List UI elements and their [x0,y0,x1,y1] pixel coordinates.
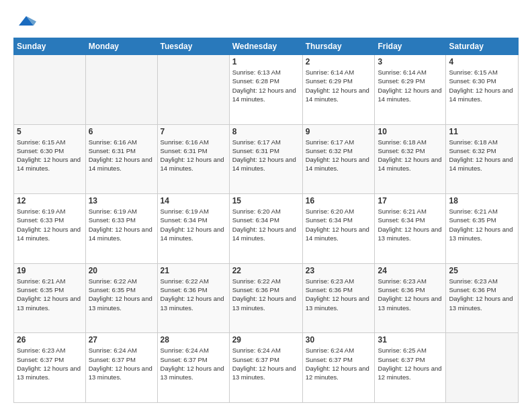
calendar-cell [14,55,86,125]
day-number: 7 [161,127,226,136]
logo-icon [16,11,36,31]
day-info: Sunrise: 6:24 AM Sunset: 6:37 PM Dayligh… [232,346,300,381]
day-info: Sunrise: 6:18 AM Sunset: 6:32 PM Dayligh… [449,138,515,173]
calendar-cell [85,55,157,125]
calendar-cell: 7Sunrise: 6:16 AM Sunset: 6:31 PM Daylig… [157,124,229,194]
day-number: 19 [17,266,83,275]
day-number: 29 [232,335,300,345]
calendar-cell: 30Sunrise: 6:24 AM Sunset: 6:37 PM Dayli… [302,333,375,403]
day-info: Sunrise: 6:15 AM Sunset: 6:30 PM Dayligh… [17,138,83,173]
calendar-cell: 1Sunrise: 6:13 AM Sunset: 6:28 PM Daylig… [229,55,302,125]
day-number: 8 [232,127,300,136]
day-header-sunday: Sunday [14,38,86,55]
calendar-cell: 24Sunrise: 6:23 AM Sunset: 6:36 PM Dayli… [375,263,446,333]
day-number: 16 [306,196,372,205]
logo [13,11,36,31]
calendar-cell: 2Sunrise: 6:14 AM Sunset: 6:29 PM Daylig… [302,55,375,125]
day-number: 5 [17,127,83,136]
calendar-cell [157,55,229,125]
day-number: 9 [306,127,372,136]
day-number: 31 [378,335,443,345]
day-number: 23 [306,266,372,275]
calendar-cell: 9Sunrise: 6:17 AM Sunset: 6:32 PM Daylig… [302,124,375,194]
day-info: Sunrise: 6:20 AM Sunset: 6:34 PM Dayligh… [232,207,300,242]
day-info: Sunrise: 6:23 AM Sunset: 6:36 PM Dayligh… [449,277,515,312]
day-number: 15 [232,196,300,205]
day-header-saturday: Saturday [446,38,519,55]
day-info: Sunrise: 6:22 AM Sunset: 6:35 PM Dayligh… [89,277,154,312]
day-header-thursday: Thursday [302,38,375,55]
day-info: Sunrise: 6:19 AM Sunset: 6:34 PM Dayligh… [161,207,226,242]
day-info: Sunrise: 6:20 AM Sunset: 6:34 PM Dayligh… [306,207,372,242]
calendar-cell: 4Sunrise: 6:15 AM Sunset: 6:30 PM Daylig… [446,55,519,125]
day-number: 2 [306,57,372,66]
day-number: 10 [378,127,443,136]
day-info: Sunrise: 6:22 AM Sunset: 6:36 PM Dayligh… [161,277,226,312]
day-number: 6 [89,127,154,136]
day-number: 22 [232,266,300,275]
day-number: 20 [89,266,154,275]
day-number: 17 [378,196,443,205]
day-info: Sunrise: 6:24 AM Sunset: 6:37 PM Dayligh… [306,346,372,381]
day-info: Sunrise: 6:17 AM Sunset: 6:32 PM Dayligh… [306,138,372,173]
calendar-cell: 6Sunrise: 6:16 AM Sunset: 6:31 PM Daylig… [85,124,157,194]
day-number: 21 [161,266,226,275]
day-number: 4 [449,57,515,66]
day-info: Sunrise: 6:17 AM Sunset: 6:31 PM Dayligh… [232,138,300,173]
day-info: Sunrise: 6:14 AM Sunset: 6:29 PM Dayligh… [378,68,443,103]
calendar-cell: 12Sunrise: 6:19 AM Sunset: 6:33 PM Dayli… [14,194,86,264]
calendar-cell [446,333,519,403]
calendar-cell: 17Sunrise: 6:21 AM Sunset: 6:34 PM Dayli… [375,194,446,264]
calendar-cell: 3Sunrise: 6:14 AM Sunset: 6:29 PM Daylig… [375,55,446,125]
day-info: Sunrise: 6:21 AM Sunset: 6:35 PM Dayligh… [449,207,515,242]
day-info: Sunrise: 6:24 AM Sunset: 6:37 PM Dayligh… [161,346,226,381]
day-info: Sunrise: 6:23 AM Sunset: 6:36 PM Dayligh… [306,277,372,312]
calendar-cell: 31Sunrise: 6:25 AM Sunset: 6:37 PM Dayli… [375,333,446,403]
calendar: SundayMondayTuesdayWednesdayThursdayFrid… [13,38,519,403]
calendar-cell: 5Sunrise: 6:15 AM Sunset: 6:30 PM Daylig… [14,124,86,194]
day-info: Sunrise: 6:25 AM Sunset: 6:37 PM Dayligh… [378,346,443,381]
page: SundayMondayTuesdayWednesdayThursdayFrid… [0,0,532,411]
calendar-cell: 18Sunrise: 6:21 AM Sunset: 6:35 PM Dayli… [446,194,519,264]
week-row-4: 19Sunrise: 6:21 AM Sunset: 6:35 PM Dayli… [14,263,519,333]
day-info: Sunrise: 6:24 AM Sunset: 6:37 PM Dayligh… [89,346,154,381]
day-number: 30 [306,335,372,345]
calendar-cell: 26Sunrise: 6:23 AM Sunset: 6:37 PM Dayli… [14,333,86,403]
day-info: Sunrise: 6:22 AM Sunset: 6:36 PM Dayligh… [232,277,300,312]
week-row-1: 1Sunrise: 6:13 AM Sunset: 6:28 PM Daylig… [14,55,519,125]
day-info: Sunrise: 6:16 AM Sunset: 6:31 PM Dayligh… [89,138,154,173]
day-header-wednesday: Wednesday [229,38,302,55]
day-info: Sunrise: 6:14 AM Sunset: 6:29 PM Dayligh… [306,68,372,103]
calendar-cell: 21Sunrise: 6:22 AM Sunset: 6:36 PM Dayli… [157,263,229,333]
day-number: 26 [17,335,83,345]
calendar-cell: 8Sunrise: 6:17 AM Sunset: 6:31 PM Daylig… [229,124,302,194]
calendar-cell: 16Sunrise: 6:20 AM Sunset: 6:34 PM Dayli… [302,194,375,264]
day-number: 14 [161,196,226,205]
day-number: 12 [17,196,83,205]
day-number: 27 [89,335,154,345]
day-number: 3 [378,57,443,66]
week-row-5: 26Sunrise: 6:23 AM Sunset: 6:37 PM Dayli… [14,333,519,403]
day-info: Sunrise: 6:23 AM Sunset: 6:37 PM Dayligh… [17,346,83,381]
days-header-row: SundayMondayTuesdayWednesdayThursdayFrid… [14,38,519,55]
calendar-cell: 19Sunrise: 6:21 AM Sunset: 6:35 PM Dayli… [14,263,86,333]
day-info: Sunrise: 6:23 AM Sunset: 6:36 PM Dayligh… [378,277,443,312]
day-header-tuesday: Tuesday [157,38,229,55]
calendar-cell: 10Sunrise: 6:18 AM Sunset: 6:32 PM Dayli… [375,124,446,194]
day-header-friday: Friday [375,38,446,55]
header [13,11,519,31]
calendar-cell: 15Sunrise: 6:20 AM Sunset: 6:34 PM Dayli… [229,194,302,264]
day-number: 28 [161,335,226,345]
day-info: Sunrise: 6:15 AM Sunset: 6:30 PM Dayligh… [449,68,515,103]
calendar-cell: 25Sunrise: 6:23 AM Sunset: 6:36 PM Dayli… [446,263,519,333]
day-number: 24 [378,266,443,275]
week-row-2: 5Sunrise: 6:15 AM Sunset: 6:30 PM Daylig… [14,124,519,194]
calendar-cell: 14Sunrise: 6:19 AM Sunset: 6:34 PM Dayli… [157,194,229,264]
calendar-cell: 20Sunrise: 6:22 AM Sunset: 6:35 PM Dayli… [85,263,157,333]
calendar-cell: 11Sunrise: 6:18 AM Sunset: 6:32 PM Dayli… [446,124,519,194]
day-number: 25 [449,266,515,275]
day-info: Sunrise: 6:13 AM Sunset: 6:28 PM Dayligh… [232,68,300,103]
day-number: 1 [232,57,300,66]
calendar-cell: 28Sunrise: 6:24 AM Sunset: 6:37 PM Dayli… [157,333,229,403]
day-number: 11 [449,127,515,136]
